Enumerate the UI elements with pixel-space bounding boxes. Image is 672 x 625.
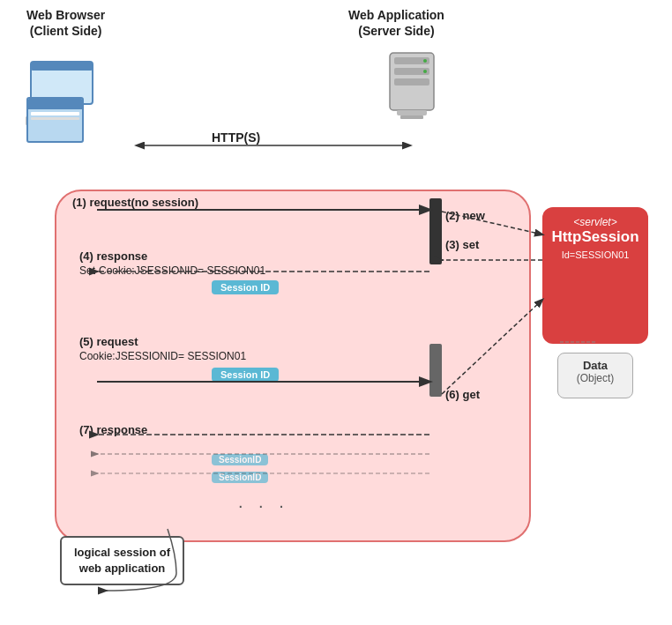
- step5-label: (5) request: [79, 335, 138, 348]
- session-badge-1: Session ID: [212, 280, 279, 294]
- browser-window-icon: [26, 97, 84, 143]
- server-bar-2: [429, 344, 442, 397]
- webapp-label: Web Application(Server Side): [348, 7, 444, 39]
- server-icon: [381, 48, 443, 123]
- session-badge-3: SessionID: [212, 454, 268, 465]
- step1-label: (1) request(no session): [72, 196, 198, 209]
- servlet-tag: <servlet>: [542, 216, 648, 228]
- svg-rect-9: [394, 78, 429, 86]
- svg-rect-1: [31, 62, 93, 71]
- step4-label: (4) response: [79, 249, 147, 263]
- data-box: Data (Object): [557, 353, 633, 398]
- cookie4-label: Set-Cookie:JSESSIONID= SESSION01: [79, 264, 265, 277]
- svg-point-10: [423, 59, 427, 63]
- cookie5-label: Cookie:JSESSIONID= SESSION01: [79, 350, 246, 362]
- http-label: HTTP(S): [212, 130, 260, 145]
- servlet-id: Id=SESSION01: [542, 249, 648, 260]
- servlet-box: <servlet> HttpSession Id=SESSION01: [542, 207, 648, 344]
- session-badge-2: Session ID: [212, 368, 279, 382]
- data-label: Data: [558, 359, 632, 372]
- logical-session-text: logical session ofweb application: [74, 546, 170, 575]
- step6-label: (6) get: [445, 388, 480, 401]
- svg-rect-13: [400, 115, 423, 119]
- server-bar-1: [429, 198, 442, 264]
- data-sublabel: (Object): [558, 372, 632, 384]
- svg-rect-12: [397, 110, 427, 115]
- step2-label: (2) new: [445, 209, 485, 222]
- session-badge-4: SessionID: [212, 472, 268, 483]
- diagram: Web Browser(Client Side) Web Application…: [0, 0, 672, 625]
- step3-label: (3) set: [445, 238, 479, 251]
- browser-label: Web Browser(Client Side): [26, 7, 105, 39]
- svg-point-11: [423, 70, 427, 73]
- step7-label: (7) response: [79, 423, 147, 436]
- dots-label: · · ·: [238, 495, 289, 516]
- logical-session-box: logical session ofweb application: [60, 536, 184, 585]
- servlet-class: HttpSession: [542, 228, 648, 246]
